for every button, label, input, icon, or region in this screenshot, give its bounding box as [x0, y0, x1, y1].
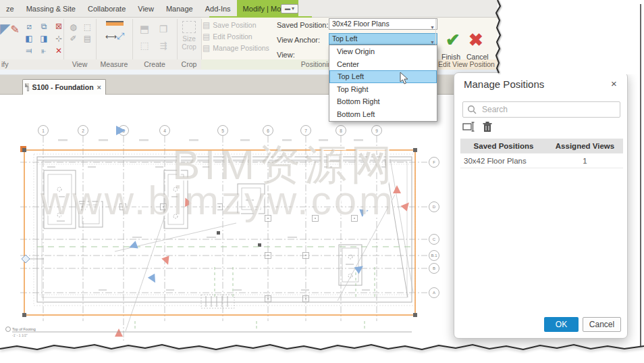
rename-icon[interactable]: [462, 122, 475, 132]
elevation-marker-icon: [22, 255, 30, 263]
document-tab[interactable]: S100 - Foundation ×: [22, 79, 106, 95]
view-title: Top of Footing -1' - 1 1/2": [6, 327, 412, 338]
hideelem-icon[interactable]: ▤: [84, 34, 91, 43]
document-icon: [27, 83, 29, 91]
svg-text:2: 2: [82, 128, 84, 133]
view-anchor-combo[interactable]: Top Left ▼: [329, 33, 437, 45]
tab-massing-site[interactable]: Massing & Site: [20, 0, 82, 18]
cancel-x-icon[interactable]: ✖: [468, 30, 483, 51]
svg-text:4: 4: [163, 128, 166, 133]
save-position-label: Save Position: [213, 21, 256, 29]
anchor-option-view-origin[interactable]: View Origin: [329, 45, 437, 58]
manage-positions-icon: ▤: [203, 43, 210, 53]
finish-check-icon[interactable]: ✔: [446, 30, 460, 51]
measure-line-icon[interactable]: ⤢: [117, 30, 124, 42]
svg-text:5: 5: [221, 128, 224, 133]
create-panel-icons: ⬒❐⬚⇶: [135, 21, 176, 53]
svg-text:A: A: [433, 291, 435, 295]
anchor-option-bottom-left[interactable]: Bottom Left: [329, 108, 437, 121]
anchor-option-center[interactable]: Center: [329, 58, 437, 71]
revit-window: zeMassing & SiteCollaborateViewManageAdd…: [0, 0, 644, 363]
ribbon-collapse-button[interactable]: ▬ ▾: [281, 4, 298, 14]
view-panel-icons[interactable]: ◍⬚✐▤: [66, 21, 95, 56]
dialog-close-icon[interactable]: ×: [611, 78, 617, 89]
view-elevation-text: -1' - 1 1/2": [12, 333, 28, 337]
ok-button[interactable]: OK: [544, 317, 579, 332]
delete-icon[interactable]: ✕: [55, 46, 62, 55]
column-markers: [217, 231, 261, 247]
svg-text:1: 1: [42, 128, 45, 133]
chevron-down-icon: ▼: [430, 37, 435, 45]
modify-pencil-icon[interactable]: ✎: [10, 23, 19, 36]
create-similar-icon[interactable]: ❐: [159, 24, 168, 34]
panel-label-modify: ify: [0, 59, 63, 70]
tab-collaborate[interactable]: Collaborate: [82, 0, 132, 18]
split-icon[interactable]: ⫦: [42, 46, 47, 55]
cope-remove-icon[interactable]: ⊠: [55, 22, 62, 31]
tab-ze[interactable]: ze: [0, 0, 20, 18]
panel-label-view: View: [63, 59, 96, 70]
dialog-title: Manage Positions: [464, 78, 544, 90]
watermark-line2: www.bimzyw.com: [41, 177, 396, 224]
svg-text:C: C: [433, 237, 436, 241]
visibility-icon[interactable]: ◍: [70, 22, 76, 32]
unjoin-icon[interactable]: ◨: [40, 34, 47, 43]
edit-position-button: ▤Edit Position: [203, 32, 269, 43]
saved-positions-table: Saved Positions Assigned Views 30x42 Flo…: [460, 139, 623, 168]
column-header-assigned-views: Assigned Views: [547, 139, 623, 153]
delete-trash-icon[interactable]: [483, 122, 492, 132]
table-header: Saved Positions Assigned Views: [460, 139, 623, 153]
svg-text:7: 7: [304, 128, 307, 133]
svg-text:B: B: [433, 266, 435, 270]
tab-manage[interactable]: Manage: [160, 0, 199, 18]
positioning-buttons: ▤Save Position▤Edit Position▤Manage Posi…: [203, 20, 269, 55]
svg-text:F: F: [433, 160, 435, 164]
viewbox-icon[interactable]: ⬚: [84, 22, 91, 32]
pin-icon[interactable]: ⊹: [55, 34, 62, 43]
join-icon[interactable]: ◧: [25, 34, 32, 43]
create-group-icon[interactable]: ⬒: [140, 23, 149, 35]
linework-icon[interactable]: ✐: [70, 34, 76, 43]
measure-panel-icons[interactable]: ⟷⤢: [99, 21, 131, 42]
panel-label-crop: Crop: [177, 59, 201, 70]
manage-positions-dialog: Manage Positions ×: [454, 72, 628, 339]
search-icon: [467, 105, 477, 114]
tab-view[interactable]: View: [132, 0, 160, 18]
manage-positions-label: Manage Positions: [213, 44, 269, 52]
view-anchor-label: View Anchor:: [277, 36, 320, 44]
view-anchor-dropdown-list[interactable]: View OriginCenterTop LeftTop RightBottom…: [329, 45, 437, 122]
svg-text:9: 9: [375, 128, 378, 133]
assigned-views-count: 1: [547, 153, 623, 168]
dialog-toolbar: [462, 122, 492, 132]
dimension-ruler-icon[interactable]: [106, 21, 124, 26]
column-header-saved-positions: Saved Positions: [460, 139, 547, 153]
cope-icon[interactable]: ⧄: [26, 22, 32, 31]
view-title-text: Top of Footing: [12, 327, 36, 331]
size-crop-button: SizeCrop: [178, 21, 200, 59]
search-box[interactable]: [462, 101, 620, 118]
modify-panel-icons[interactable]: ⧄⧉⊠◧◨⊹⫤⫦✕: [22, 20, 66, 57]
saved-position-value: 30x42 Floor Plans: [332, 20, 390, 28]
saved-position-name: 30x42 Floor Plans: [460, 153, 547, 168]
close-tab-icon[interactable]: ×: [97, 83, 101, 91]
modify-big-icons[interactable]: ◤✎: [0, 20, 20, 57]
anchor-option-top-right[interactable]: Top Right: [329, 83, 437, 96]
search-input[interactable]: [481, 104, 609, 115]
cut-geometry-icon[interactable]: ⧉: [41, 22, 47, 31]
document-tab-title: S100 - Foundation: [32, 83, 94, 91]
table-row[interactable]: 30x42 Floor Plans1: [460, 153, 623, 168]
saved-position-combo[interactable]: 30x42 Floor Plans ▼: [329, 18, 437, 30]
ribbon-tab-bar: zeMassing & SiteCollaborateViewManageAdd…: [0, 0, 498, 18]
tab-add-ins[interactable]: Add-Ins: [199, 0, 237, 18]
anchor-option-top-left[interactable]: Top Left: [329, 70, 437, 83]
aligned-dimension-icon[interactable]: ⟷: [105, 32, 117, 41]
panel-label-edit-view-position: Edit View Position: [435, 59, 498, 70]
align-icon[interactable]: ⫤: [26, 46, 32, 55]
create-parts-icon[interactable]: ⇶: [160, 41, 167, 51]
modify-arrow-icon[interactable]: ◤: [0, 20, 10, 37]
svg-text:6: 6: [267, 128, 269, 133]
create-assembly-icon[interactable]: ⬚: [140, 40, 149, 51]
dialog-cancel-button[interactable]: Cancel: [583, 317, 621, 332]
svg-text:B.1: B.1: [431, 253, 437, 258]
anchor-option-bottom-right[interactable]: Bottom Right: [329, 95, 437, 108]
